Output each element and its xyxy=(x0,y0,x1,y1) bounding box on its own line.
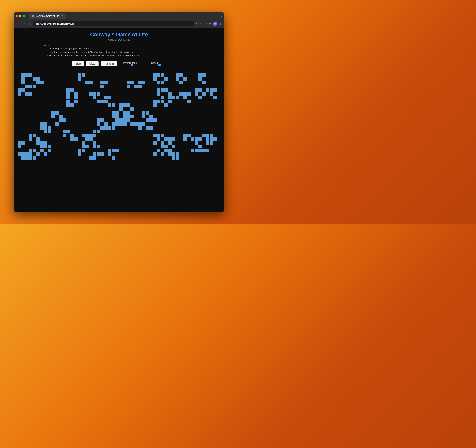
title-bar: G Conway's Game of Life ✕ + ⌄ xyxy=(14,12,224,20)
tab-favicon: G xyxy=(32,15,34,17)
tips-heading: Tips: xyxy=(44,44,49,47)
browser-window: G Conway's Game of Life ✕ + ⌄ ← → ↻ ⬆ ☆ … xyxy=(14,12,224,212)
clear-button[interactable]: Clear xyxy=(86,61,98,66)
share-icon[interactable]: ⬆ xyxy=(195,22,198,26)
traffic-lights xyxy=(16,15,25,17)
address-bar: ← → ↻ ⬆ ☆ ⧉ ▣ D ⋮ xyxy=(14,20,224,28)
page-subtitle: Made by Danny little xyxy=(108,38,130,41)
speed-slider[interactable] xyxy=(143,65,166,66)
active-tab[interactable]: G Conway's Game of Life ✕ xyxy=(29,13,66,19)
random-button[interactable]: Random xyxy=(101,61,117,66)
tip-1: Try clicking and dragging on the board. xyxy=(47,47,194,50)
sidebar-icon[interactable]: ▣ xyxy=(209,22,212,26)
forward-button[interactable]: → xyxy=(22,21,26,26)
tips-list: Try clicking and dragging on the board. … xyxy=(44,47,194,57)
tip-3: Click and drag on the sliders for best r… xyxy=(47,54,194,57)
content-area: Conway's Game of Life Made by Danny litt… xyxy=(14,28,224,212)
tab-close-button[interactable]: ✕ xyxy=(61,15,63,17)
maximize-button[interactable] xyxy=(23,15,25,17)
controls: Stop Clear Random Percent living Speed xyxy=(72,61,166,66)
game-board[interactable] xyxy=(17,69,221,208)
stop-button[interactable]: Stop xyxy=(72,61,84,66)
menu-icon[interactable]: ⋮ xyxy=(219,22,222,26)
address-input[interactable] xyxy=(33,21,193,26)
profile-button[interactable]: D xyxy=(213,22,217,26)
tab-expand-button[interactable]: ⌄ xyxy=(220,15,222,17)
bookmark-icon[interactable]: ☆ xyxy=(200,22,203,26)
new-tab-button[interactable]: + xyxy=(67,14,72,18)
minimize-button[interactable] xyxy=(19,15,22,17)
tip-2: Try to find the position on the "Percent… xyxy=(47,51,194,53)
percent-living-group: Percent living xyxy=(119,62,142,66)
tab-title: Conway's Game of Life xyxy=(36,15,59,17)
toolbar-icons: ⬆ ☆ ⧉ ▣ D ⋮ xyxy=(195,22,222,26)
game-canvas[interactable] xyxy=(17,69,221,208)
close-button[interactable] xyxy=(16,15,18,17)
back-button[interactable]: ← xyxy=(16,21,20,26)
tab-bar: G Conway's Game of Life ✕ + ⌄ xyxy=(29,13,222,19)
percent-living-slider[interactable] xyxy=(119,65,142,66)
tips-section: Tips: Try clicking and dragging on the b… xyxy=(44,44,194,58)
author-link[interactable]: Danny little xyxy=(118,38,130,41)
speed-group: Speed xyxy=(143,62,166,66)
refresh-button[interactable]: ↻ xyxy=(28,21,32,26)
page-title: Conway's Game of Life xyxy=(90,32,148,38)
extensions-icon[interactable]: ⧉ xyxy=(204,22,207,26)
